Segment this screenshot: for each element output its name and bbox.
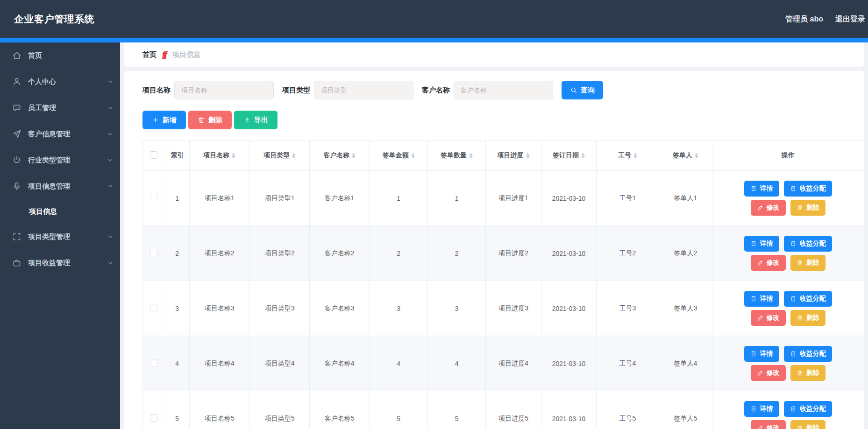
top-navbar: 企业客户管理系统 管理员 abo 退出登录 [0, 0, 868, 38]
search-group-3: 客户名称 [422, 81, 553, 99]
row-checkbox[interactable] [150, 304, 157, 311]
profit-allocation-button[interactable]: 收益分配 [784, 291, 832, 307]
row-delete-button[interactable]: 删除 [790, 365, 825, 381]
detail-button[interactable]: 详情 [744, 181, 779, 197]
plus-icon [152, 116, 159, 124]
profit-allocation-button[interactable]: 收益分配 [784, 401, 832, 417]
row-checkbox[interactable] [150, 359, 157, 366]
breadcrumb-current: 项目信息 [172, 50, 200, 59]
chevron-down-icon [107, 260, 114, 266]
detail-button[interactable]: 详情 [744, 346, 779, 362]
sidebar-item-首页[interactable]: 首页 [0, 42, 120, 69]
sort-carets-icon[interactable] [232, 153, 235, 158]
row-checkbox[interactable] [150, 249, 157, 256]
actions-row-2: 修改删除 [751, 310, 825, 326]
user-icon [12, 77, 21, 86]
sort-carets-icon[interactable] [581, 153, 585, 158]
sidebar: 首页个人中心员工管理客户信息管理行业类型管理项目信息管理项目信息项目类型管理项目… [0, 42, 120, 429]
toolbar-button-label: 新增 [163, 116, 177, 125]
table-header-签订日期[interactable]: 签订日期 [541, 141, 597, 171]
edit-button[interactable]: 修改 [751, 310, 786, 326]
sortable-header: 签单人 [673, 151, 698, 160]
document-icon [790, 406, 797, 412]
edit-button[interactable]: 修改 [751, 200, 786, 216]
edit-button[interactable]: 修改 [751, 420, 786, 429]
table-header-签单人[interactable]: 签单人 [659, 141, 712, 171]
data-table-wrap: 索引项目名称项目类型客户名称签单金额签单数量项目进度签订日期工号签单人操作 1项… [142, 140, 864, 429]
cell-project_name: 项目名称2 [189, 226, 249, 281]
table-header-客户名称[interactable]: 客户名称 [310, 141, 369, 171]
profit-allocation-button[interactable]: 收益分配 [784, 346, 832, 362]
sidebar-item-项目信息管理[interactable]: 项目信息管理 [0, 173, 120, 199]
row-checkbox[interactable] [150, 194, 157, 201]
select-all-checkbox[interactable] [150, 151, 157, 159]
trash-icon [198, 116, 205, 124]
toolbar-button-label: 导出 [254, 116, 268, 125]
cell-sign_date: 2021-03-10 [541, 281, 597, 336]
sort-carets-icon[interactable] [292, 153, 296, 158]
table-header-工号[interactable]: 工号 [596, 141, 659, 171]
action-button-label: 收益分配 [800, 350, 826, 358]
sidebar-item-客户信息管理[interactable]: 客户信息管理 [0, 121, 120, 147]
cell-project_type: 项目类型4 [250, 336, 310, 391]
actions-row-1: 详情收益分配 [744, 401, 832, 417]
row-checkbox[interactable] [150, 414, 157, 422]
sidebar-subitem-项目信息[interactable]: 项目信息 [0, 199, 120, 224]
table-header-项目名称[interactable]: 项目名称 [189, 141, 249, 171]
sort-carets-icon[interactable] [695, 153, 698, 158]
cell-customer: 客户名称1 [310, 171, 369, 226]
action-button-label: 修改 [767, 424, 780, 429]
column-label: 客户名称 [323, 151, 349, 160]
cell-index: 1 [165, 171, 189, 226]
logout-link[interactable]: 退出登录 [835, 14, 865, 24]
cell-project_name: 项目名称5 [189, 391, 249, 429]
query-button[interactable]: 查询 [562, 81, 603, 99]
row-delete-button[interactable]: 删除 [790, 310, 825, 326]
row-delete-button[interactable]: 删除 [790, 200, 825, 216]
sidebar-item-行业类型管理[interactable]: 行业类型管理 [0, 147, 120, 173]
row-delete-button[interactable]: 删除 [790, 420, 825, 429]
sidebar-item-项目类型管理[interactable]: 项目类型管理 [0, 224, 120, 250]
export-button[interactable]: 导出 [234, 111, 277, 129]
document-icon [790, 295, 797, 302]
breadcrumb-home[interactable]: 首页 [142, 50, 157, 59]
sort-carets-icon[interactable] [411, 153, 415, 158]
action-button-label: 修改 [767, 369, 780, 377]
table-header-签单金额[interactable]: 签单金额 [369, 141, 427, 171]
search-input-3[interactable] [454, 81, 553, 99]
sort-carets-icon[interactable] [352, 153, 356, 158]
detail-button[interactable]: 详情 [744, 291, 779, 307]
cell-index: 4 [165, 336, 189, 391]
sidebar-item-个人中心[interactable]: 个人中心 [0, 69, 120, 95]
search-input-1[interactable] [174, 81, 274, 99]
actions-row-1: 详情收益分配 [744, 236, 832, 252]
detail-button[interactable]: 详情 [744, 236, 779, 252]
edit-button[interactable]: 修改 [751, 255, 786, 271]
edit-button[interactable]: 修改 [751, 365, 786, 381]
delete-button[interactable]: 删除 [188, 111, 232, 129]
chevron-down-icon [107, 157, 114, 163]
table-header-项目进度[interactable]: 项目进度 [485, 141, 541, 171]
table-header-签单数量[interactable]: 签单数量 [428, 141, 485, 171]
actions-row-1: 详情收益分配 [744, 291, 832, 307]
table-header-项目类型[interactable]: 项目类型 [250, 141, 310, 171]
cell-amount: 3 [369, 281, 427, 336]
search-input-2[interactable] [314, 81, 413, 99]
cell-signer: 签单人4 [659, 336, 712, 391]
sort-carets-icon[interactable] [469, 153, 473, 158]
sidebar-subitem-label: 项目信息 [29, 207, 57, 216]
sidebar-item-员工管理[interactable]: 员工管理 [0, 95, 120, 121]
current-user[interactable]: 管理员 abo [785, 14, 823, 24]
profit-allocation-button[interactable]: 收益分配 [784, 181, 832, 197]
sort-carets-icon[interactable] [633, 153, 637, 158]
action-button-label: 收益分配 [800, 184, 826, 193]
sort-carets-icon[interactable] [526, 153, 530, 158]
detail-button[interactable]: 详情 [744, 401, 779, 417]
action-button-label: 修改 [767, 314, 780, 322]
sidebar-item-label: 项目类型管理 [28, 232, 107, 241]
sidebar-item-项目收益管理[interactable]: 项目收益管理 [0, 250, 120, 276]
profit-allocation-button[interactable]: 收益分配 [784, 236, 832, 252]
add-button[interactable]: 新增 [142, 111, 186, 129]
cell-amount: 2 [369, 226, 427, 281]
row-delete-button[interactable]: 删除 [790, 255, 825, 271]
